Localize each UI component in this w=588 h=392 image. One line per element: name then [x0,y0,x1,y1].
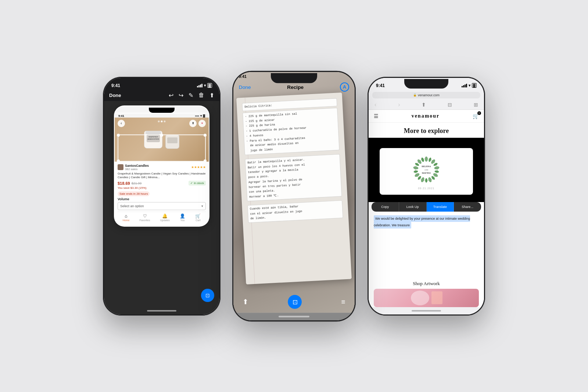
selection-handle-br[interactable] [204,159,207,162]
seller-details: SantosCandles 382 sales [125,164,149,171]
nav-home[interactable]: ⌂ Home [123,213,130,222]
seller-name[interactable]: SantosCandles [125,164,149,168]
share-icon-2[interactable]: ⬆ [243,298,248,306]
image-dots [158,121,166,122]
recipe-instructions-box-1: Batir la mantequilla y el azúcar.Batir u… [245,154,342,201]
home-indicator-2 [233,313,355,320]
inner-notch [149,108,175,113]
selection-handle-tl[interactable] [117,134,120,137]
wifi-icon-1: ▾ [204,83,206,87]
recipe-instructions-2: Cuando esté aún tibia, bañarcon el azúca… [250,202,341,221]
site-hero: More to explore [369,123,484,138]
url-field[interactable]: 🔒 venamour.com [372,92,480,98]
forward-safari-icon[interactable]: › [398,101,400,108]
wedding-date: 09.21.2021 [418,187,434,190]
pencil-icon[interactable]: ✎ [189,92,193,99]
back-button[interactable]: ‹ [118,120,125,127]
recipe-notebook: Delicia Cítrica: - 225 g de mantequilla … [236,92,352,284]
bookmark-safari-icon[interactable]: ⊟ [448,102,452,108]
price-current: $18.69 [118,181,130,186]
wreath-svg: DELFINA AND MATTEO [410,153,443,186]
signal-bar-3-1 [462,86,463,87]
home-bar-1 [147,310,176,312]
share-menu-item[interactable]: Share... [454,202,481,212]
checkmark-icon: ✓ [190,181,193,185]
toolbar-icons: ↩ ↪ ✎ 🗑 ⬆ [169,92,214,99]
nav-home-label: Home [123,219,130,222]
price-row: $18.69 $21.99 ✓ In stock [118,181,206,186]
list-icon[interactable]: ≡ [341,298,345,306]
nav-updates[interactable]: 🔔 Updates [160,213,170,222]
selection-handle-tr[interactable] [204,134,207,137]
phone2-done-button[interactable]: Done [239,84,251,90]
action-button-2[interactable]: A [340,82,349,91]
nav-updates-label: Updates [160,219,170,222]
phone-3: 9:41 ▾ ▓ 🔒 venamour.com ‹ › [368,77,485,316]
time-1: 9:41 [111,83,120,88]
battery-icon-1: ▓ [207,83,212,88]
share-product-icon[interactable]: ⬆ [189,120,197,127]
safari-url-bar: 🔒 venamour.com [369,90,484,100]
share-icon[interactable]: ⬆ [209,92,214,99]
action-icons: ⬆ ♥ [189,120,206,127]
nav-cart[interactable]: 🛒 Cart [195,213,201,222]
phone-1-inner: 9:41 ▾ ▓ Done ↩ ↪ ✎ 🗑 ⬆ [104,78,219,314]
price-old: $21.99 [132,181,142,185]
seller-row: SantosCandles 382 sales ★★★★★ [118,164,206,171]
nav-favorites-label: Favorites [140,219,150,222]
recipe-instructions-1: Batir la mantequilla y el azúcar.Batir u… [247,155,340,199]
hero-title: More to explore [374,127,479,135]
safari-toolbar: ‹ › ⬆ ⊟ ⊞ [369,100,484,110]
status-area-2: 9:41 [239,74,247,79]
product-title: Grapefruit & Mangosteen Candle | Vegan S… [118,172,206,180]
trash-icon[interactable]: 🗑 [198,92,204,98]
signal-bar-3-3 [465,84,466,87]
inner-time: 9:41 [118,114,124,118]
signal-bar-3-2 [463,85,464,87]
ocr-scan-button[interactable]: ⊡ [201,289,214,302]
phone2-top-bar: 9:41 [233,72,355,80]
context-menu: Copy Look Up Translate Share... [372,202,481,212]
notebook-content: Delicia Cítrica: - 225 g de mantequilla … [236,92,349,229]
inner-name1: DELFINA [422,165,431,168]
shop-artwork-label: Shop Artwork [369,278,484,289]
nav-you[interactable]: 👤 You [180,213,185,222]
svg-point-16 [413,166,419,170]
selection-handle-tm[interactable] [160,134,163,137]
phone-2-inner: 9:41 Done Recipe A Delicia Cítrica: - 22… [233,72,355,320]
redo-icon[interactable]: ↪ [179,92,183,99]
save-text: You save $3.30 (15%) [118,186,206,190]
share-safari-icon[interactable]: ⬆ [422,102,426,108]
hamburger-icon[interactable]: ☰ [374,113,379,119]
selected-text-area: We would be delighted by your presence a… [369,212,484,278]
svg-point-7 [434,170,439,173]
home-icon: ⌂ [125,213,127,219]
back-safari-icon[interactable]: ‹ [374,101,376,108]
signal-bar-4 [201,84,202,87]
select-dropdown[interactable]: Select an option ▾ [118,202,206,210]
tabs-safari-icon[interactable]: ⊞ [474,102,478,108]
selection-handle-bl[interactable] [117,159,120,162]
inner-name2: MATTEO [422,172,431,174]
signal-bar-3-4 [466,84,467,87]
look-up-menu-item[interactable]: Look Up [399,202,427,212]
done-button[interactable]: Done [109,93,121,98]
cart-container: 🛒 0 [473,113,479,119]
phone1-toolbar: Done ↩ ↪ ✎ 🗑 ⬆ [104,90,219,101]
nav-favorites[interactable]: ♡ Favorites [140,213,150,222]
scan-icon-2: ⊡ [293,298,298,305]
seller-avatar [118,164,123,170]
translate-menu-item[interactable]: Translate [427,202,454,212]
cart-badge: 0 [477,111,481,115]
svg-point-15 [413,170,418,173]
ocr-fab-2[interactable]: ⊡ [288,295,302,309]
favorites-icon: ♡ [143,213,147,219]
notch-3 [404,79,448,89]
site-header: ☰ venamour 🛒 0 [369,110,484,123]
copy-menu-item[interactable]: Copy [372,202,399,212]
undo-icon[interactable]: ↩ [169,92,173,99]
recipe-title: Delicia Cítrica: [244,100,335,109]
wifi-icon-3: ▾ [469,83,470,87]
favorite-icon[interactable]: ♥ [198,120,206,127]
svg-point-6 [434,166,440,170]
